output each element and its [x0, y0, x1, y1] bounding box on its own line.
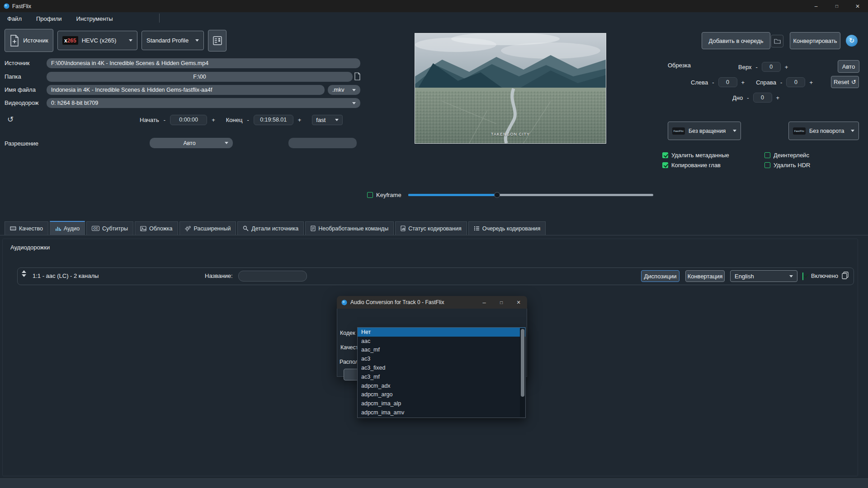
source-file-icon	[9, 35, 19, 47]
video-track-select[interactable]: 0: h264 8-bit bt709	[47, 98, 360, 108]
gear-icon	[185, 225, 191, 231]
move-up-icon[interactable]	[22, 270, 26, 273]
remove-metadata-checkbox[interactable]	[662, 152, 668, 158]
codec-select[interactable]: x 265 HEVC (x265)	[57, 31, 137, 50]
option-deinterlace[interactable]: Деинтерлейс	[764, 152, 809, 159]
convert-label: Конвертировать	[793, 38, 837, 44]
track-enabled-checkbox[interactable]	[802, 272, 803, 280]
popup-scrollbar-thumb[interactable]	[521, 329, 524, 397]
crop-bottom-input[interactable]	[753, 93, 772, 103]
tab-quality[interactable]: Качество	[5, 221, 48, 235]
codec-option[interactable]: adpcm_ima_alp	[358, 399, 525, 408]
dialog-minimize-button[interactable]: –	[476, 296, 493, 309]
option-remove-metadata[interactable]: Удалить метаданные	[662, 152, 729, 159]
end-minus[interactable]: -	[247, 117, 249, 123]
maximize-button[interactable]: □	[826, 0, 847, 12]
crop-bottom-plus[interactable]: +	[776, 94, 780, 101]
codec-option[interactable]: Нет	[358, 328, 525, 337]
speed-select[interactable]: fast	[312, 115, 343, 125]
tab-encoding-queue[interactable]: Очередь кодирования	[468, 221, 546, 235]
tab-encoding-status[interactable]: Статус кодирования	[395, 221, 467, 235]
menu-profiles[interactable]: Профили	[29, 15, 69, 22]
crop-top-input[interactable]	[762, 62, 781, 72]
tab-bar: Качество Аудио CC Субтитры Обложка Расши…	[0, 221, 868, 235]
end-plus[interactable]: +	[298, 117, 302, 123]
deinterlace-label: Деинтерлейс	[774, 152, 809, 159]
dialog-maximize-button[interactable]: □	[493, 296, 510, 309]
language-select[interactable]: English	[730, 270, 797, 282]
trim-row: Начать - + Конец - + fast	[140, 114, 343, 125]
crop-right-plus[interactable]: +	[809, 79, 813, 86]
codec-option[interactable]: aac_mf	[358, 346, 525, 355]
codec-option[interactable]: ac3_mf	[358, 372, 525, 381]
queue-folder-icon[interactable]	[771, 35, 783, 47]
option-remove-hdr[interactable]: Удалить HDR	[764, 162, 810, 169]
keyframe-checkbox[interactable]	[367, 192, 373, 198]
tab-source-details-label: Детали источника	[251, 225, 298, 232]
filename-input[interactable]	[47, 85, 325, 95]
dialog-close-button[interactable]: ✕	[510, 296, 527, 309]
dispositions-button[interactable]: Диспозиции	[641, 270, 679, 282]
tab-audio[interactable]: Аудио	[50, 221, 85, 235]
close-button[interactable]: ✕	[847, 0, 868, 12]
codec-option[interactable]: adpcm_ima_amv	[358, 408, 525, 417]
copy-track-icon[interactable]	[842, 272, 849, 279]
flip-select[interactable]: FastFlix Без поворота	[788, 122, 859, 140]
end-time-input[interactable]	[254, 115, 293, 125]
track-name-input[interactable]	[238, 271, 307, 282]
codec-option[interactable]: ac3	[358, 354, 525, 363]
menu-tools[interactable]: Инструменты	[69, 15, 120, 22]
crop-bottom-minus[interactable]: -	[747, 94, 749, 101]
start-plus[interactable]: +	[212, 117, 215, 123]
tab-source-details[interactable]: Детали источника	[237, 221, 304, 235]
undo-icon[interactable]: ↺	[7, 115, 14, 124]
speed-value: fast	[316, 117, 326, 123]
source-input[interactable]	[47, 58, 360, 68]
codec-option[interactable]: aac	[358, 337, 525, 346]
crop-right-input[interactable]	[786, 77, 805, 87]
crop-reset-button[interactable]: Reset ↺	[831, 76, 859, 88]
resolution-select[interactable]: Авто	[150, 138, 233, 148]
move-down-icon[interactable]	[22, 274, 26, 277]
tab-advanced[interactable]: Расширенный	[179, 221, 236, 235]
remove-hdr-checkbox[interactable]	[764, 162, 770, 168]
profile-list-button[interactable]	[208, 30, 226, 52]
tab-raw-commands[interactable]: Необработанные команды	[305, 221, 394, 235]
crop-left-input[interactable]	[718, 77, 737, 87]
convert-button[interactable]: Конвертировать	[790, 32, 840, 49]
audio-track-row: 1:1 - aac (LC) - 2 каналы Название: Дисп…	[17, 267, 854, 285]
track-enabled-label: Включено	[811, 272, 838, 279]
tab-subtitles[interactable]: CC Субтитры	[86, 221, 133, 235]
minimize-button[interactable]: –	[806, 0, 826, 12]
popup-scrollbar[interactable]	[520, 328, 525, 417]
tab-cover[interactable]: Обложка	[135, 221, 178, 235]
folder-browse-icon[interactable]	[354, 72, 361, 80]
crop-top-minus[interactable]: -	[756, 64, 758, 70]
dialog-title: Audio Conversion for Track 0 - FastFlix	[350, 299, 444, 305]
rotation-select[interactable]: FastFlix Без вращения	[668, 122, 741, 140]
remove-hdr-label: Удалить HDR	[774, 162, 810, 169]
option-copy-chapters[interactable]: Копирование глав	[662, 162, 721, 169]
crop-left-minus[interactable]: -	[712, 79, 714, 86]
folder-input[interactable]	[47, 72, 353, 82]
keyframe-toggle[interactable]: Keyframe	[367, 192, 401, 198]
codec-option[interactable]: adpcm_argo	[358, 390, 525, 399]
crop-auto-button[interactable]: Авто	[838, 60, 859, 73]
copy-chapters-checkbox[interactable]	[662, 162, 668, 168]
menu-file[interactable]: Файл	[0, 15, 29, 22]
source-button[interactable]: Источник	[5, 29, 53, 52]
start-minus[interactable]: -	[164, 117, 165, 123]
preview-slider-handle[interactable]	[494, 192, 500, 198]
extension-select[interactable]: .mkv	[328, 85, 360, 95]
codec-option[interactable]: adpcm_adx	[358, 381, 525, 390]
add-to-queue-button[interactable]: Добавить в очередь	[702, 32, 770, 49]
crop-left-plus[interactable]: +	[741, 79, 745, 86]
crop-right-minus[interactable]: -	[780, 79, 782, 86]
preview-slider-track[interactable]	[408, 194, 653, 196]
deinterlace-checkbox[interactable]	[764, 152, 770, 158]
codec-option[interactable]: ac3_fixed	[358, 363, 525, 372]
profile-select[interactable]: Standard Profile	[142, 31, 204, 50]
crop-top-plus[interactable]: +	[785, 64, 788, 70]
conversion-button[interactable]: Конвертация	[685, 270, 725, 282]
start-time-input[interactable]	[170, 115, 207, 125]
